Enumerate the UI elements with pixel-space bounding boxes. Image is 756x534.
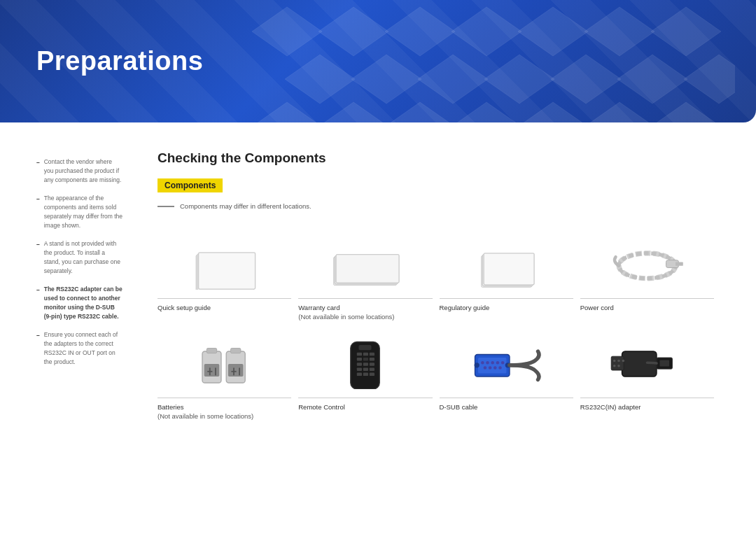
svg-marker-12 [617,55,687,104]
svg-marker-14 [252,102,322,122]
components-note: Components may differ in different locat… [158,202,721,210]
svg-point-68 [496,361,499,365]
regulatory-guide-illustration [440,237,573,293]
dsub-cable-label: D-SUB cable [440,398,573,412]
note-text-5: Ensure you connect each of the adapters … [44,330,122,366]
label-text: D-SUB cable [440,403,478,411]
svg-rect-29 [484,253,534,285]
quick-setup-guide-label: Quick setup guide [158,298,291,312]
svg-rect-47 [357,352,362,356]
label-text: Regulatory guide [440,304,490,311]
main-content: – Contact the vendor where you purchased… [0,122,756,449]
svg-marker-2 [385,7,455,56]
svg-rect-35 [206,348,216,353]
svg-marker-20 [651,102,721,122]
note-text-3: A stand is not provided with the product… [44,239,122,275]
content-section: Checking the Components Components Compo… [136,143,756,421]
svg-point-67 [491,361,494,365]
note-dash-5: – [36,331,40,340]
page-title: Preparations [36,46,203,76]
svg-marker-9 [418,55,488,104]
decorative-shapes [245,0,735,122]
batteries-illustration [158,336,291,392]
svg-marker-8 [351,55,421,104]
sidebar-notes: – Contact the vendor where you purchased… [0,143,136,421]
components-badge: Components [158,178,223,192]
note-text-1: Contact the vendor where you purchased t… [44,157,122,184]
svg-marker-5 [584,7,654,56]
svg-rect-79 [611,356,624,370]
svg-point-81 [617,359,620,362]
sidebar-note-1: – Contact the vendor where you purchased… [36,157,122,184]
svg-rect-53 [357,363,362,366]
svg-rect-78 [659,360,669,366]
sidebar-note-5: – Ensure you connect each of the adapter… [36,330,122,366]
svg-rect-41 [231,348,241,353]
svg-marker-6 [651,7,721,56]
svg-rect-61 [370,372,374,376]
svg-point-70 [483,366,486,370]
svg-rect-23 [199,253,255,289]
sidebar-note-3: – A stand is not provided with the produ… [36,239,122,275]
svg-marker-15 [318,102,388,122]
component-batteries: Batteries (Not available in some locatio… [158,329,298,421]
sidebar-note-2: – The appearance of the components and i… [36,194,122,230]
component-dsub-cable: D-SUB cable [440,329,580,421]
svg-point-71 [488,366,491,370]
svg-marker-18 [518,102,588,122]
component-warranty-card: Warranty card (Not available in some loc… [298,230,439,322]
header-banner: Preparations [0,0,756,122]
sub-label-text: (Not available in some locations) [298,313,394,321]
rs232c-adapter-illustration [580,336,714,392]
svg-rect-36 [204,364,220,377]
svg-point-83 [613,364,616,367]
svg-rect-64 [478,358,507,374]
section-title: Checking the Components [158,150,721,166]
regulatory-guide-label: Regulatory guide [440,298,573,312]
svg-marker-4 [518,7,588,56]
svg-point-66 [486,361,489,365]
component-regulatory-guide: Regulatory guide [440,230,580,322]
note-dash-3: – [36,240,40,249]
remote-control-label: Remote Control [298,398,432,412]
warranty-card-label: Warranty card (Not available in some loc… [298,298,432,322]
svg-point-84 [617,364,620,367]
note-dash-4: – [36,286,40,295]
label-text: Remote Control [298,403,345,411]
component-rs232c-adapter: RS232C(IN) adapter [580,329,721,421]
svg-rect-42 [228,364,244,377]
component-power-cord: Power cord [580,230,721,322]
components-grid: Quick setup guide Warranty card (Not ava… [158,230,721,421]
component-remote-control: Remote Control [298,329,439,421]
svg-point-65 [481,361,484,365]
svg-rect-48 [363,352,368,356]
svg-point-82 [622,359,624,362]
power-cord-label: Power cord [580,298,714,312]
sidebar-note-4: – The RS232C adapter can be used to conn… [36,285,122,321]
svg-point-69 [500,361,504,365]
remote-control-illustration [298,336,432,392]
svg-point-74 [474,363,479,367]
svg-rect-62 [359,345,372,350]
svg-rect-33 [676,262,683,265]
warranty-card-illustration [298,237,432,293]
note-dash-2: – [36,195,40,204]
rs232c-adapter-label: RS232C(IN) adapter [580,398,714,412]
svg-marker-7 [285,55,355,104]
svg-point-73 [498,366,502,370]
label-text: Batteries [158,403,184,411]
svg-marker-3 [451,7,522,56]
svg-rect-57 [363,367,368,371]
svg-marker-16 [385,102,455,122]
label-text: Warranty card [298,304,340,311]
note-text-2: The appearance of the components and ite… [44,194,122,230]
svg-marker-11 [551,55,621,104]
svg-rect-26 [336,255,399,283]
svg-rect-49 [370,352,374,356]
power-cord-illustration [580,237,714,293]
components-note-text: Components may differ in different locat… [180,202,312,210]
label-text: Power cord [580,304,614,311]
svg-marker-19 [584,102,654,122]
svg-rect-58 [370,367,374,371]
svg-rect-56 [357,367,362,371]
